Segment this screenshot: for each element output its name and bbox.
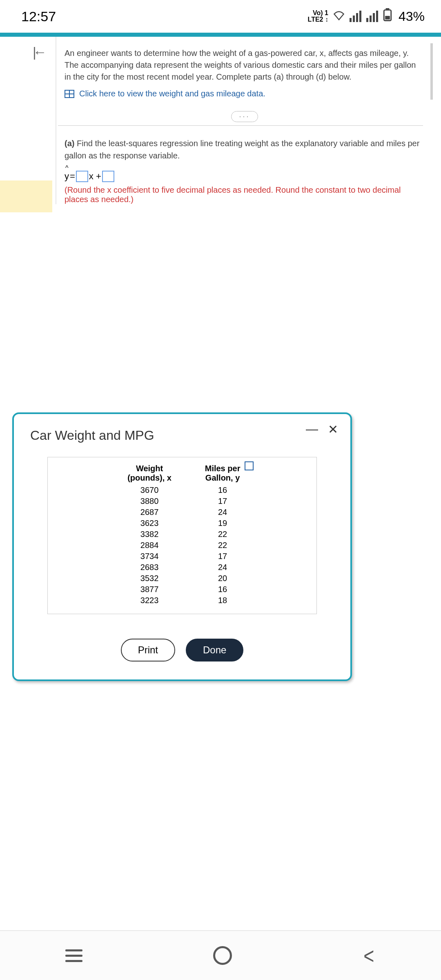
table-row: 288422: [109, 540, 255, 550]
table-row: 362319: [109, 518, 255, 528]
modal-title: Car Weight and MPG: [30, 428, 334, 443]
table-row: 338222: [109, 529, 255, 539]
signal-icon-2: [366, 11, 378, 22]
android-nav-bar: <: [0, 930, 441, 980]
expand-divider[interactable]: ···: [56, 111, 433, 122]
done-button[interactable]: Done: [186, 639, 243, 662]
print-button[interactable]: Print: [121, 639, 175, 662]
regression-equation: y = x +: [56, 171, 433, 182]
col-header-weight: Weight(pounds), x: [109, 464, 189, 484]
clock: 12:57: [21, 9, 56, 24]
status-bar: 12:57 Vo) 1 LTE2 ↕ 43%: [0, 0, 441, 33]
back-button[interactable]: <: [364, 942, 374, 969]
app-accent-bar: [0, 33, 441, 37]
data-table: Weight(pounds), x Miles perGallon, y 367…: [109, 463, 256, 606]
constant-input[interactable]: [102, 171, 114, 182]
part-a-text: (a) Find the least-squares regression li…: [56, 126, 433, 162]
problem-statement: An engineer wants to determine how the w…: [56, 43, 433, 100]
table-row: 373417: [109, 551, 255, 561]
table-row: 353220: [109, 573, 255, 584]
svg-rect-2: [385, 16, 390, 20]
home-button[interactable]: [213, 946, 232, 965]
recent-apps-button[interactable]: [65, 949, 82, 962]
status-icons: Vo) 1 LTE2 ↕ 43%: [308, 8, 425, 24]
copy-icon[interactable]: [245, 463, 252, 470]
table-row: 268724: [109, 507, 255, 517]
table-row: 322318: [109, 595, 255, 606]
table-icon: [65, 90, 74, 98]
battery-icon: [383, 8, 392, 24]
table-row: 367016: [109, 485, 255, 495]
table-row: 388017: [109, 496, 255, 506]
rounding-note: (Round the x coefficient to five decimal…: [56, 182, 433, 204]
svg-rect-1: [386, 8, 390, 10]
highlight-marker: [0, 180, 52, 212]
table-row: 387716: [109, 584, 255, 595]
question-content: An engineer wants to determine how the w…: [56, 37, 441, 204]
close-icon[interactable]: ✕: [328, 422, 338, 437]
data-modal: — ✕ Car Weight and MPG Weight(pounds), x…: [12, 412, 352, 681]
x-coefficient-input[interactable]: [76, 171, 88, 182]
data-table-container: Weight(pounds), x Miles perGallon, y 367…: [47, 457, 317, 614]
view-data-link[interactable]: Click here to view the weight and gas mi…: [65, 88, 421, 100]
minimize-icon[interactable]: —: [306, 422, 318, 437]
network-label: Vo) 1 LTE2 ↕: [308, 10, 328, 23]
left-gutter: |←: [0, 37, 56, 204]
wifi-icon: [333, 9, 345, 24]
battery-percent: 43%: [399, 9, 425, 24]
collapse-panel-icon[interactable]: |←: [33, 44, 44, 60]
table-row: 268324: [109, 562, 255, 572]
signal-icon: [350, 11, 361, 22]
